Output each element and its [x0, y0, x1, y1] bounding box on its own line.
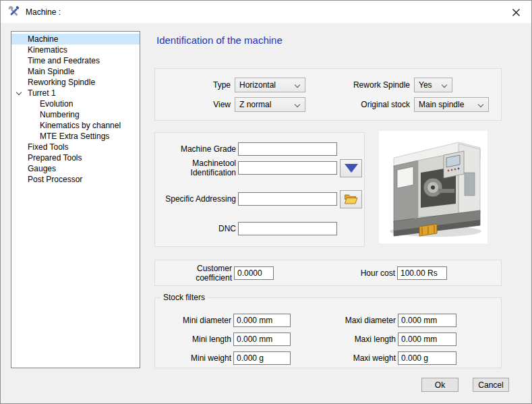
machinetool-pick-button[interactable]	[340, 159, 362, 177]
view-select-value: Z normal	[239, 100, 271, 109]
maxi-length-label: Maxi length	[291, 335, 396, 344]
tree-item-prepared-tools[interactable]: Prepared Tools	[11, 152, 140, 163]
chevron-down-icon[interactable]	[16, 90, 22, 95]
chevron-down-icon	[295, 102, 300, 107]
costs-groupbox: Customer coefficient Hour cost	[154, 260, 502, 286]
tree-item-label: Numbering	[40, 110, 80, 119]
tree-item-fixed-tools[interactable]: Fixed Tools	[11, 142, 140, 152]
maxi-diameter-label: Maxi diameter	[291, 316, 396, 325]
tree-item-time-and-feedrates[interactable]: Time and Feedrates	[11, 55, 140, 66]
chevron-down-icon	[295, 82, 300, 88]
tree-item-label: Kinematics by channel	[40, 121, 121, 130]
tree-item-label: Prepared Tools	[28, 153, 82, 163]
hour-cost-input[interactable]	[397, 266, 447, 280]
chevron-down-icon	[478, 102, 483, 107]
stock-filters-legend: Stock filters	[160, 293, 208, 302]
specific-addressing-input[interactable]	[238, 192, 337, 206]
tree-item-turret-1[interactable]: Turret 1	[11, 88, 140, 98]
mini-diameter-label: Mini diameter	[159, 316, 231, 325]
settings-tree: Machine Kinematics Time and Feedrates Ma…	[11, 31, 140, 368]
mini-weight-input[interactable]	[233, 351, 291, 365]
tree-item-label: Machine	[28, 34, 58, 44]
tree-item-label: Fixed Tools	[28, 142, 68, 152]
specific-addressing-label: Specific Addressing	[159, 194, 236, 204]
machinetool-identification-input[interactable]	[238, 161, 337, 175]
tree-item-main-spindle[interactable]: Main Spindle	[11, 66, 140, 77]
title-bar: Machine :	[1, 1, 531, 23]
type-select[interactable]: Horizontal	[235, 78, 305, 92]
browse-button[interactable]	[340, 190, 362, 208]
tree-item-label: Gauges	[28, 164, 56, 173]
view-select[interactable]: Z normal	[235, 97, 305, 112]
blue-down-arrow-icon	[345, 164, 358, 173]
ok-button[interactable]: Ok	[421, 378, 459, 392]
mini-length-input[interactable]	[233, 333, 291, 346]
customer-coefficient-label: Customer coefficient	[159, 264, 232, 283]
tree-item-kinematics[interactable]: Kinematics	[11, 45, 140, 55]
original-stock-select-value: Main spindle	[419, 100, 464, 109]
tree-item-kinematics-by-channel[interactable]: Kinematics by channel	[11, 120, 140, 131]
type-select-value: Horizontal	[239, 80, 276, 90]
stock-filters-groupbox: Stock filters Mini diameter Maxi diamete…	[154, 293, 502, 368]
tree-item-label: Post Processor	[28, 175, 82, 184]
identification-groupbox: Machine Grade Machinetool Identification…	[154, 132, 365, 247]
maxi-weight-label: Maxi weight	[291, 353, 396, 363]
customer-coefficient-input[interactable]	[234, 266, 274, 280]
mini-diameter-input[interactable]	[233, 314, 291, 327]
tree-item-machine[interactable]: Machine	[11, 34, 140, 45]
chevron-down-icon	[442, 82, 447, 88]
cancel-button[interactable]: Cancel	[473, 378, 509, 392]
page-title: Identification of the machine	[156, 34, 283, 46]
close-button[interactable]	[507, 5, 525, 20]
dnc-input[interactable]	[238, 222, 337, 235]
original-stock-select[interactable]: Main spindle	[414, 97, 489, 112]
machine-photo	[379, 131, 487, 243]
machinetool-identification-label: Machinetool Identification	[159, 158, 236, 177]
machine-grade-input[interactable]	[238, 142, 337, 156]
tree-item-label: MTE Extra Settings	[40, 132, 109, 141]
tree-item-label: Reworking Spindle	[28, 78, 95, 87]
tools-icon	[7, 5, 20, 18]
rework-spindle-label: Rework Spindle	[305, 80, 410, 90]
rework-spindle-select-value: Yes	[419, 80, 432, 90]
original-stock-label: Original stock	[305, 100, 410, 109]
type-label: Type	[159, 80, 231, 90]
tree-item-gauges[interactable]: Gauges	[11, 163, 140, 174]
rework-spindle-select[interactable]: Yes	[414, 78, 452, 92]
tree-item-numbering[interactable]: Numbering	[11, 109, 140, 120]
close-icon	[512, 8, 521, 17]
tree-item-mte-extra-settings[interactable]: MTE Extra Settings	[11, 131, 140, 142]
hour-cost-label: Hour cost	[274, 268, 395, 278]
maxi-weight-input[interactable]	[398, 351, 456, 365]
tree-item-evolution[interactable]: Evolution	[11, 98, 140, 109]
folder-open-icon	[344, 194, 358, 205]
mini-weight-label: Mini weight	[159, 353, 231, 363]
config-groupbox: Type Horizontal Rework Spindle Yes View …	[154, 68, 502, 121]
tree-item-label: Turret 1	[28, 88, 56, 98]
maxi-diameter-input[interactable]	[398, 314, 456, 327]
window-title: Machine :	[26, 7, 61, 17]
tree-item-label: Evolution	[40, 99, 73, 109]
tree-item-label: Kinematics	[28, 45, 67, 55]
maxi-length-input[interactable]	[398, 333, 456, 346]
machine-grade-label: Machine Grade	[159, 144, 236, 154]
tree-item-label: Time and Feedrates	[28, 56, 100, 65]
tree-item-reworking-spindle[interactable]: Reworking Spindle	[11, 77, 140, 88]
view-label: View	[159, 100, 231, 109]
tree-item-label: Main Spindle	[28, 67, 74, 76]
dnc-label: DNC	[159, 224, 236, 233]
machine-dialog: Machine : Machine Kinematics Time and Fe…	[0, 0, 532, 404]
tree-item-post-processor[interactable]: Post Processor	[11, 174, 140, 185]
mini-length-label: Mini length	[159, 335, 231, 344]
